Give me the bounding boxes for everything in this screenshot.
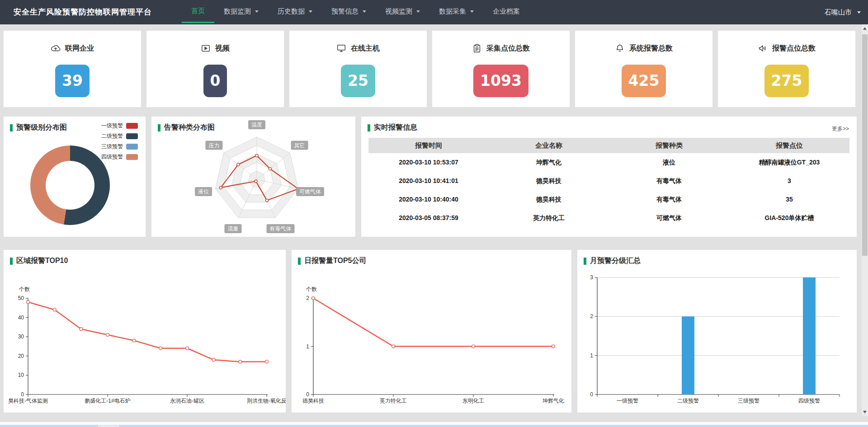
legend-item[interactable]: 二级预警 [101,133,138,139]
legend-swatch [126,154,138,160]
chevron-down-icon [309,10,312,13]
radar-chart: 温度其它可燃气体有毒气体流量液位压力 [151,117,355,237]
stat-label: 在线主机 [351,44,380,53]
stat-label: 视频 [215,44,230,53]
table-cell: 35 [729,190,849,209]
legend-item[interactable]: 四级预警 [101,154,138,160]
svg-text:东明化工: 东明化工 [462,398,484,404]
legend-item[interactable]: 三级预警 [101,144,138,150]
legend-label: 三级预警 [101,143,123,150]
panel-realtime-alarms: 实时报警信息 更多>> 报警时间企业名称报警种类报警点位 2020-03-10 … [361,117,857,237]
radar-axis-label: 压力 [205,141,222,150]
panel-title: 预警级别分布图 [10,123,67,132]
table-cell: 3 [729,172,849,190]
legend-label: 四级预警 [101,153,123,161]
nav-item-label: 预警信息 [331,7,359,16]
nav-item-1[interactable]: 首页 [182,0,214,23]
chevron-down-icon [255,10,259,13]
svg-text:0: 0 [590,391,593,398]
stat-value-badge: 39 [55,65,90,97]
svg-text:永润石油-罐区: 永润石油-罐区 [170,398,204,404]
column-header: 报警点位 [729,138,849,153]
more-link[interactable]: 更多>> [832,125,849,133]
svg-text:3: 3 [590,274,593,281]
svg-text:四级预警: 四级预警 [798,398,820,404]
bell-icon [615,43,625,53]
table-row: 2020-03-05 08:37:59英力特化工可燃气体GIA-520单体贮槽 [368,209,849,227]
stat-value-badge: 25 [341,65,375,97]
nav-item-3[interactable]: 历史数据 [268,0,322,23]
stat-value-badge: 1093 [473,65,528,97]
svg-text:0: 0 [21,391,24,398]
legend-label: 二级预警 [101,132,123,140]
svg-text:个数: 个数 [306,286,317,292]
table-cell: 有毒气体 [609,172,729,190]
radar-axis-label: 其它 [291,141,308,150]
legend-swatch [126,123,138,129]
table-cell: 2020-03-10 10:40:40 [368,190,489,209]
nav-item-6[interactable]: 数据采集 [429,0,483,23]
main-menu: 首页数据监测历史数据预警信息视频监测数据采集企业档案 [182,0,529,24]
title-bar-icon [368,124,370,131]
svg-text:10: 10 [18,372,24,378]
taskbar-item [98,425,119,427]
svg-text:荆洪生物-氧化反: 荆洪生物-氧化反 [247,398,286,404]
svg-text:一级预警: 一级预警 [617,398,638,404]
table-row: 2020-03-10 10:53:07坤辉气化液位精醇南罐液位GT_203 [368,153,849,172]
scrollbar[interactable] [862,24,868,416]
panel-region-top10: 区域报警TOP10 01020304050个数昊科技-气体监测鹏盛化工-1#电石… [4,250,286,413]
stat-card-5: 系统报警总数425 [575,31,712,107]
legend-swatch [126,133,138,139]
column-header: 企业名称 [489,138,609,153]
svg-text:液位: 液位 [198,188,209,195]
svg-text:二级预警: 二级预警 [677,398,699,404]
nav-item-5[interactable]: 视频监测 [376,0,429,23]
monitor-icon [336,43,346,53]
radar-axis-label: 液位 [195,187,212,196]
chevron-down-icon [857,11,861,14]
svg-text:德昊科技: 德昊科技 [302,398,324,404]
svg-text:2: 2 [590,313,593,319]
panel-title: 实时报警信息 [368,123,417,132]
svg-text:坤辉气化: 坤辉气化 [542,398,564,404]
panel-alarm-type-radar: 告警种类分布图 温度其它可燃气体有毒气体流量液位压力 [151,117,355,237]
panel-warning-level-pie: 预警级别分布图 一级预警二级预警三级预警四级预警 [4,117,146,237]
svg-text:有毒气体: 有毒气体 [269,225,291,232]
table-cell: 有毒气体 [609,190,729,209]
panel-daily-top5: 日报警量TOP5公司 012个数德昊科技英力特化工东明化工坤辉气化 [292,250,571,413]
svg-text:1: 1 [590,352,593,359]
legend-item[interactable]: 一级预警 [101,123,138,129]
svg-text:2: 2 [306,295,309,301]
svg-text:流量: 流量 [228,225,239,232]
alarm-table: 报警时间企业名称报警种类报警点位 2020-03-10 10:53:07坤辉气化… [368,138,849,227]
table-cell: 坤辉气化 [489,153,609,172]
stat-card-1: 联网企业39 [4,31,141,107]
scroll-up-icon[interactable] [862,24,868,32]
scroll-down-icon[interactable] [862,408,868,416]
video-icon [201,43,211,53]
table-cell: 液位 [609,153,729,172]
stat-card-6: 报警点位总数275 [718,31,855,107]
scrollbar-thumb[interactable] [862,34,868,256]
app-title: 安全生产风险预警防控物联网管理平台 [14,0,152,24]
svg-text:0: 0 [306,391,309,398]
speaker-icon [758,43,768,53]
svg-text:30: 30 [18,333,24,340]
svg-text:50: 50 [18,295,24,301]
table-row: 2020-03-10 10:41:01德昊科技有毒气体3 [368,172,849,190]
cloud-upload-icon [51,43,61,53]
svg-text:压力: 压力 [208,142,219,149]
chevron-down-icon [470,10,474,13]
stat-label: 报警点位总数 [772,44,816,53]
region-selector[interactable]: 石嘴山市 [825,0,861,24]
stat-label: 联网企业 [65,44,94,53]
table-cell: 2020-03-10 10:53:07 [368,153,489,172]
radar-axis-label: 流量 [225,224,242,233]
nav-item-2[interactable]: 数据监测 [214,0,268,23]
table-cell: 英力特化工 [489,209,609,227]
nav-item-7[interactable]: 企业档案 [483,0,529,23]
stat-card-3: 在线主机25 [289,31,427,107]
stat-value-badge: 425 [622,65,666,97]
nav-item-4[interactable]: 预警信息 [322,0,376,23]
svg-text:个数: 个数 [19,286,30,292]
